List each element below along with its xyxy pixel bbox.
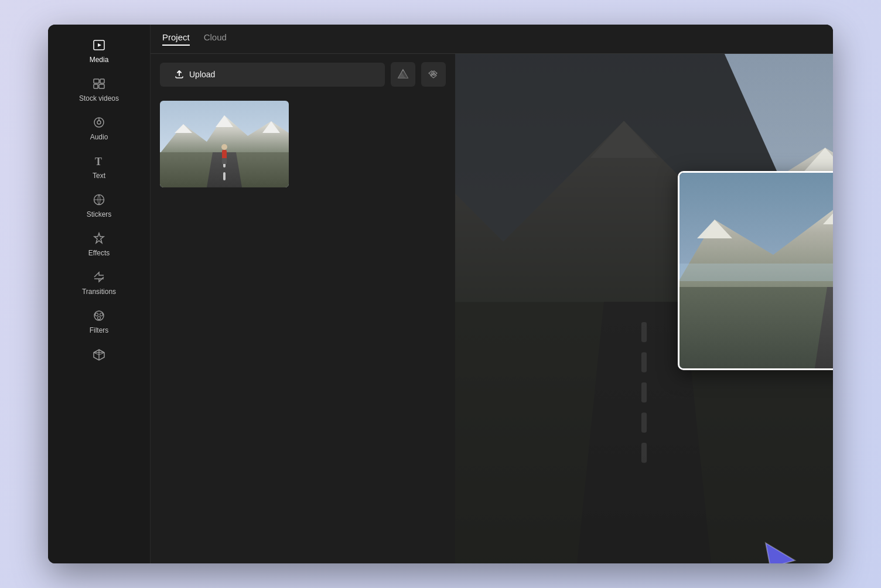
player-panel: Player bbox=[455, 54, 833, 563]
sidebar-item-3d[interactable] bbox=[48, 341, 150, 370]
toolbar: Upload bbox=[151, 54, 455, 95]
sidebar-item-label-stickers: Stickers bbox=[87, 211, 112, 218]
tab-cloud[interactable]: Cloud bbox=[204, 32, 227, 46]
upload-button[interactable]: Upload bbox=[160, 63, 385, 87]
transitions-icon bbox=[93, 271, 105, 285]
sidebar-item-media[interactable]: Media bbox=[48, 32, 150, 70]
sidebar-item-effects[interactable]: Effects bbox=[48, 225, 150, 264]
gdrive-button[interactable] bbox=[391, 62, 415, 87]
sidebar-item-text[interactable]: T Text bbox=[48, 148, 150, 186]
sidebar-item-label-filters: Filters bbox=[90, 327, 109, 334]
text-icon: T bbox=[93, 155, 105, 169]
sidebar-item-label-transitions: Transitions bbox=[82, 288, 116, 295]
media-grid bbox=[151, 95, 455, 193]
svg-rect-4 bbox=[94, 84, 98, 88]
svg-point-7 bbox=[97, 121, 101, 124]
svg-text:T: T bbox=[95, 156, 102, 167]
svg-point-15 bbox=[100, 313, 103, 316]
svg-rect-2 bbox=[94, 79, 99, 83]
stickers-icon bbox=[93, 193, 105, 208]
svg-rect-5 bbox=[99, 84, 104, 88]
media-thumbnail[interactable] bbox=[160, 101, 289, 187]
effects-icon bbox=[93, 232, 105, 247]
svg-marker-12 bbox=[94, 233, 104, 243]
sidebar-item-label-effects: Effects bbox=[88, 249, 110, 257]
sidebar-item-label-media: Media bbox=[90, 56, 109, 63]
main-content: Project Cloud Upload bbox=[151, 25, 833, 563]
stock-videos-icon bbox=[93, 77, 105, 92]
svg-point-16 bbox=[98, 317, 101, 320]
sidebar-item-stock-videos[interactable]: Stock videos bbox=[48, 70, 150, 109]
sidebar-item-audio[interactable]: Audio bbox=[48, 109, 150, 148]
svg-marker-1 bbox=[98, 43, 101, 47]
sidebar-item-stickers[interactable]: Stickers bbox=[48, 186, 150, 225]
audio-icon bbox=[93, 116, 105, 131]
svg-point-33 bbox=[221, 144, 227, 150]
filters-icon bbox=[93, 309, 105, 324]
sidebar-item-label-audio: Audio bbox=[90, 134, 108, 141]
sidebar-item-label-text: Text bbox=[93, 172, 105, 179]
upload-label: Upload bbox=[189, 70, 215, 79]
sidebar-item-label-stock: Stock videos bbox=[79, 95, 119, 102]
svg-rect-57 bbox=[679, 264, 833, 281]
preview-card bbox=[678, 171, 833, 370]
sidebar-item-transitions[interactable]: Transitions bbox=[48, 264, 150, 302]
header-tabs: Project Cloud bbox=[151, 25, 833, 54]
sidebar-item-filters[interactable]: Filters bbox=[48, 302, 150, 341]
svg-rect-58 bbox=[679, 287, 833, 370]
svg-point-14 bbox=[95, 313, 98, 316]
media-panel: Upload bbox=[151, 54, 455, 563]
svg-rect-32 bbox=[223, 172, 226, 180]
3d-icon bbox=[93, 348, 105, 363]
upload-icon bbox=[174, 69, 185, 81]
dropbox-button[interactable] bbox=[421, 62, 446, 87]
svg-rect-3 bbox=[100, 79, 104, 83]
content-area: Upload bbox=[151, 54, 833, 563]
tab-project[interactable]: Project bbox=[162, 32, 190, 46]
app-window: Media Stock videos Audio bbox=[48, 25, 833, 563]
svg-rect-35 bbox=[222, 158, 227, 164]
media-icon bbox=[93, 39, 105, 53]
svg-rect-34 bbox=[222, 150, 227, 159]
sidebar: Media Stock videos Audio bbox=[48, 25, 151, 563]
